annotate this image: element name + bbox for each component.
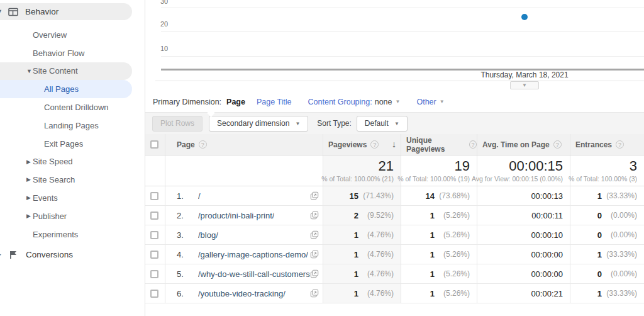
report-content: 30 20 10 Thursday, March 18, 2021 ▼ Prim… — [145, 0, 644, 316]
flag-icon — [8, 250, 18, 260]
column-header-pageviews[interactable]: Pageviews ? ↓ — [323, 134, 401, 155]
unique-pageviews-cell: 1 (5.26%) — [401, 284, 477, 303]
avg-time-value: 00:00:10 — [531, 230, 563, 240]
sidebar-item-overview[interactable]: Overview — [0, 26, 145, 44]
expand-caret-icon[interactable]: ▶ — [0, 251, 1, 257]
nav-item-label: Site Speed — [33, 157, 73, 166]
help-icon[interactable]: ? — [199, 140, 207, 149]
unique-pageviews-percent: (73.68%) — [435, 191, 470, 200]
column-header-entrances[interactable]: Entrances ? — [570, 134, 644, 155]
summary-unique-pageviews: 19 % of Total: 100.00% (19) — [401, 155, 477, 186]
page-link[interactable]: / — [198, 191, 201, 201]
page-link[interactable]: /blog/ — [198, 230, 218, 240]
open-in-new-window-icon[interactable] — [310, 289, 319, 298]
column-header-unique-pageviews[interactable]: Unique Pageviews ? — [401, 134, 477, 155]
table-row: 3. /blog/ 1 (4.76%) 1 (5.26%) 00:00:10 0… — [145, 225, 644, 245]
row-checkbox[interactable] — [150, 290, 158, 298]
row-checkbox-cell — [145, 284, 165, 303]
page-link[interactable]: /gallery-image-captions-demo/ — [198, 250, 308, 259]
open-in-new-window-icon[interactable] — [310, 191, 319, 200]
dimension-page-selected[interactable]: Page — [226, 98, 245, 106]
sidebar-item-exit-pages[interactable]: Exit Pages — [0, 135, 145, 153]
sidebar-item-publisher[interactable]: ▶Publisher — [0, 207, 145, 225]
pageviews-data-point — [521, 14, 528, 20]
secondary-dimension-button[interactable]: Secondary dimension ▼ — [209, 116, 308, 132]
avg-time-value: 00:00:13 — [531, 191, 563, 201]
row-checkbox-cell — [145, 245, 165, 264]
unique-pageviews-total: 19 — [455, 159, 470, 174]
open-in-new-window-icon[interactable] — [310, 269, 319, 278]
sidebar-item-behavior-flow[interactable]: Behavior Flow — [0, 44, 145, 62]
entrances-value: 1 — [570, 250, 602, 259]
pageviews-value: 2 — [323, 211, 358, 220]
row-checkbox[interactable] — [150, 212, 158, 220]
column-header-page[interactable]: Page ? — [165, 134, 323, 155]
chevron-right-icon[interactable]: ▶ — [26, 195, 31, 201]
row-checkbox-cell — [145, 186, 165, 205]
select-all-checkbox[interactable] — [150, 140, 158, 149]
chevron-right-icon[interactable]: ▶ — [26, 159, 31, 165]
page-cell: 2. /product/ini-bali-print/ — [165, 206, 323, 225]
sidebar-item-content-drilldown[interactable]: Content Drilldown — [0, 98, 145, 116]
dimension-page-title-link[interactable]: Page Title — [257, 98, 292, 106]
nav-item-label: Site Search — [33, 175, 75, 184]
chevron-right-icon[interactable]: ▶ — [26, 213, 31, 219]
help-icon[interactable]: ? — [553, 140, 562, 149]
open-in-new-window-icon[interactable] — [310, 230, 319, 239]
entrances-value: 0 — [570, 230, 602, 240]
sort-descending-icon[interactable]: ↓ — [392, 139, 396, 149]
row-checkbox[interactable] — [150, 192, 158, 200]
table-summary-row: 21 % of Total: 100.00% (21) 19 % of Tota… — [145, 155, 644, 186]
plot-rows-button[interactable]: Plot Rows — [152, 116, 203, 132]
axis-expander-button[interactable]: ▼ — [510, 81, 539, 89]
y-tick-10: 10 — [160, 45, 168, 52]
column-header-avg-time[interactable]: Avg. Time on Page ? — [477, 134, 570, 155]
sidebar-item-site-speed[interactable]: ▶Site Speed — [0, 153, 145, 171]
sidebar-item-landing-pages[interactable]: Landing Pages — [0, 116, 145, 135]
sidebar-section-conversions[interactable]: ▶ Conversions — [0, 246, 145, 264]
unique-pageviews-percent: (5.26%) — [435, 211, 470, 220]
sidebar-section-behavior[interactable]: ▼ Behavior — [0, 3, 145, 20]
sort-type-label: Sort Type: — [317, 119, 351, 128]
nav-item-label: Content Drilldown — [44, 103, 109, 112]
report-nav-sidebar: ▼ Behavior OverviewBehavior Flow▼Site Co… — [0, 0, 145, 316]
chevron-down-icon[interactable]: ▼ — [396, 99, 401, 104]
collapse-caret-icon[interactable]: ▼ — [0, 8, 3, 14]
page-link[interactable]: /youtube-video-tracking/ — [198, 289, 286, 298]
open-in-new-window-icon[interactable] — [310, 211, 319, 220]
page-link[interactable]: /product/ini-bali-print/ — [198, 211, 274, 220]
dimension-content-grouping-link[interactable]: Content Grouping: — [308, 98, 372, 106]
help-icon[interactable]: ? — [469, 140, 477, 149]
help-icon[interactable]: ? — [370, 140, 379, 149]
chevron-down-icon[interactable]: ▼ — [440, 99, 445, 104]
row-checkbox[interactable] — [150, 231, 158, 239]
row-checkbox-cell — [145, 206, 165, 225]
sidebar-item-events[interactable]: ▶Events — [0, 189, 145, 207]
chevron-down-icon: ▼ — [394, 121, 399, 127]
sidebar-item-all-pages[interactable]: All Pages — [0, 80, 145, 98]
row-checkbox[interactable] — [150, 270, 158, 278]
row-checkbox[interactable] — [150, 251, 158, 259]
entrances-percent: (33.33%) — [602, 250, 637, 259]
unique-pageviews-percent: (5.26%) — [435, 230, 470, 239]
avg-time-header-label: Avg. Time on Page — [482, 140, 550, 149]
help-icon[interactable]: ? — [616, 140, 624, 149]
chevron-down-icon[interactable]: ▼ — [26, 68, 32, 74]
sidebar-item-experiments[interactable]: Experiments — [0, 225, 145, 244]
pageviews-value: 1 — [323, 269, 358, 279]
content-grouping-value[interactable]: none — [375, 98, 392, 106]
nav-item-label: Experiments — [33, 230, 78, 239]
pageviews-chart: 30 20 10 Thursday, March 18, 2021 ▼ — [145, 0, 644, 91]
chevron-right-icon[interactable]: ▶ — [26, 176, 31, 183]
pageviews-percent: (4.76%) — [358, 250, 394, 259]
page-link[interactable]: /why-do-we-still-call-customers-users/ — [198, 269, 310, 279]
unique-pageviews-cell: 1 (5.26%) — [401, 264, 477, 283]
entrances-cell: 0 (0.00%) — [570, 225, 644, 244]
open-in-new-window-icon[interactable] — [310, 250, 319, 259]
sort-type-button[interactable]: Default ▼ — [357, 116, 408, 132]
pages-table: Page ? Pageviews ? ↓ Unique Pageviews ? … — [145, 134, 644, 303]
sidebar-item-site-search[interactable]: ▶Site Search — [0, 171, 145, 189]
page-cell: 5. /why-do-we-still-call-customers-users… — [165, 264, 323, 283]
sidebar-item-site-content[interactable]: ▼Site Content — [0, 62, 145, 81]
dimension-other-link[interactable]: Other — [416, 98, 436, 106]
